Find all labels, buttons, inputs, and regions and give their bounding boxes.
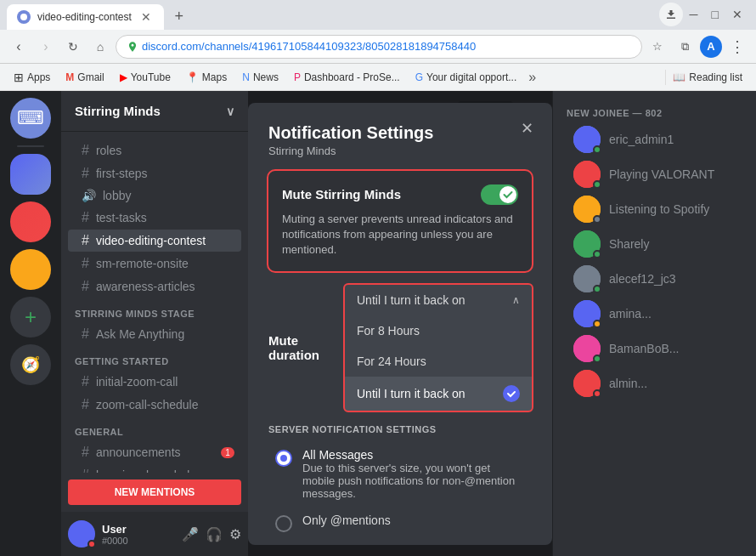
discord-home-icon[interactable]: ⌨ xyxy=(10,98,51,139)
server-header[interactable]: Stirring Minds ∨ xyxy=(61,91,248,132)
radio-text-all-messages: All Messages Due to this server's size, … xyxy=(302,448,525,500)
mute-description: Muting a server prevents unread indicato… xyxy=(282,212,518,258)
app-content: ⌨ + 🧭 Stirring Minds ∨ # roles # first xyxy=(0,91,756,556)
channel-item-ask-me[interactable]: # Ask Me Anything xyxy=(68,323,241,345)
mic-button[interactable]: 🎤 xyxy=(182,526,199,542)
member-item-7[interactable]: BamanBoB... xyxy=(560,332,749,366)
bookmarks-bar: ⊞ Apps M Gmail ▶ YouTube 📍 Maps N News P… xyxy=(0,64,756,91)
reading-list-button[interactable]: 📖 Reading list xyxy=(665,70,749,85)
forward-button[interactable]: › xyxy=(34,35,58,59)
channel-item-lobby[interactable]: 🔊 lobby xyxy=(68,185,241,206)
mute-label: Mute Stirring Minds xyxy=(282,187,401,201)
apps-icon: ⊞ xyxy=(14,71,24,84)
bookmark-apps[interactable]: ⊞ Apps xyxy=(7,69,57,86)
channel-item-learning[interactable]: # learning--knowledge--re... xyxy=(68,464,241,473)
headphones-button[interactable]: 🎧 xyxy=(206,526,223,542)
home-button[interactable]: ⌂ xyxy=(88,35,112,59)
member-item-6[interactable]: amina... xyxy=(560,297,749,331)
member-item-4[interactable]: Sharely xyxy=(560,227,749,261)
radio-nothing[interactable]: Nothing xyxy=(268,539,532,544)
member-item-1[interactable]: eric_admin1 xyxy=(560,122,749,156)
member-item-3[interactable]: Listening to Spotify xyxy=(560,192,749,226)
channel-sidebar: Stirring Minds ∨ # roles # first-steps 🔊… xyxy=(61,91,248,556)
bookmark-google[interactable]: G Your digital opport... xyxy=(409,70,524,85)
member-item-8[interactable]: almin... xyxy=(560,366,749,400)
channel-item-video-editing[interactable]: # video-editing-contest xyxy=(68,230,241,252)
radio-all-messages[interactable]: All Messages Due to this server's size, … xyxy=(268,441,532,507)
server-sidebar: ⌨ + 🧭 xyxy=(0,91,61,556)
bookmark-gmail[interactable]: M Gmail xyxy=(59,70,110,85)
radio-button-all-messages[interactable] xyxy=(275,450,292,467)
channel-item-roles[interactable]: # roles xyxy=(68,139,241,162)
duration-dropdown-header[interactable]: Until I turn it back on ∧ xyxy=(345,285,532,315)
new-tab-button[interactable]: + xyxy=(167,4,191,28)
channel-item-first-steps[interactable]: # first-steps xyxy=(68,162,241,184)
hash-icon: # xyxy=(82,143,89,158)
bookmark-news[interactable]: N News xyxy=(235,70,285,85)
member-item-5[interactable]: alecef12_jc3 xyxy=(560,262,749,296)
category-stirring-minds-stage[interactable]: STIRRING MINDS STAGE xyxy=(61,298,248,322)
extensions-icon[interactable]: ⧉ xyxy=(673,35,697,59)
reading-list-icon: 📖 xyxy=(673,71,685,83)
channel-item-sm-remote[interactable]: # sm-remote-onsite xyxy=(68,252,241,275)
bookmark-maps[interactable]: 📍 Maps xyxy=(179,70,234,85)
mute-toggle[interactable] xyxy=(481,184,518,205)
tab-favicon xyxy=(17,10,31,24)
mute-section: Mute Stirring Minds Muting a server prev… xyxy=(268,171,532,272)
member-avatar-4 xyxy=(573,230,601,258)
back-button[interactable]: ‹ xyxy=(7,35,31,59)
member-item-2[interactable]: Playing VALORANT xyxy=(560,157,749,191)
duration-option-24h[interactable]: For 24 Hours xyxy=(345,346,532,377)
new-joinee-section-header: NEW JOINEE — 802 xyxy=(553,101,756,122)
bookmark-star-icon[interactable]: ☆ xyxy=(646,35,669,59)
hash-icon-11: # xyxy=(82,468,89,473)
member-name-6: amina... xyxy=(609,307,652,321)
server-icon-3[interactable] xyxy=(10,249,51,290)
server-notification-section: SERVER NOTIFICATION SETTINGS All Message… xyxy=(268,424,532,544)
minimize-button[interactable]: ─ xyxy=(683,4,705,25)
server-icon-1[interactable] xyxy=(10,154,51,195)
close-button[interactable]: ✕ xyxy=(725,4,749,25)
member-avatar-3 xyxy=(573,196,601,223)
browser-toolbar: ‹ › ↻ ⌂ discord.com/channels/41961710584… xyxy=(0,30,756,64)
member-avatar-8 xyxy=(573,370,601,397)
duration-8h-label: For 8 Hours xyxy=(357,324,420,338)
address-bar[interactable]: discord.com/channels/419617105844109323/… xyxy=(116,35,642,59)
member-avatar-7 xyxy=(573,335,601,362)
explore-servers-icon[interactable]: 🧭 xyxy=(10,344,51,385)
reload-button[interactable]: ↻ xyxy=(61,35,85,59)
bookmark-dashboard[interactable]: P Dashboard - ProSe... xyxy=(287,70,407,85)
bookmark-youtube[interactable]: ▶ YouTube xyxy=(113,70,178,85)
server-icon-2[interactable] xyxy=(10,201,51,242)
active-tab[interactable]: video-editing-contest ✕ xyxy=(7,4,164,30)
reading-list-label: Reading list xyxy=(689,71,742,83)
profile-avatar[interactable]: A xyxy=(700,36,722,58)
member-name-8: almin... xyxy=(609,377,647,390)
channel-item-initial-zoom[interactable]: # initial-zoom-call xyxy=(68,371,241,393)
category-general[interactable]: GENERAL xyxy=(61,417,248,440)
dashboard-label: Dashboard - ProSe... xyxy=(304,71,400,83)
channel-item-zoom-schedule[interactable]: # zoom-call-schedule xyxy=(68,394,241,416)
maximize-button[interactable]: □ xyxy=(705,4,725,25)
new-mentions-button[interactable]: NEW MENTIONS xyxy=(68,479,241,505)
settings-button[interactable]: ⚙ xyxy=(229,526,241,542)
category-getting-started[interactable]: GETTING STARTED xyxy=(61,346,248,370)
add-server-icon[interactable]: + xyxy=(10,297,51,338)
main-content: # video-editing-contest Search 👥 Notific… xyxy=(248,91,552,556)
close-tab-icon[interactable]: ✕ xyxy=(138,9,154,25)
profile-download-icon[interactable] xyxy=(659,3,683,26)
channel-item-awareness[interactable]: # awareness-articles xyxy=(68,275,241,298)
duration-option-forever[interactable]: Until I turn it back on xyxy=(345,377,532,411)
radio-button-mentions[interactable] xyxy=(275,515,292,532)
channel-item-test-tasks[interactable]: # test-tasks xyxy=(68,207,241,229)
user-discriminator: #0000 xyxy=(102,536,128,546)
channel-item-announcements[interactable]: # announcements 1 xyxy=(68,441,241,463)
dashboard-icon: P xyxy=(294,71,301,83)
duration-option-8h[interactable]: For 8 Hours xyxy=(345,315,532,346)
modal-close-button[interactable]: ✕ xyxy=(515,116,539,140)
more-bookmarks-icon[interactable]: » xyxy=(525,68,539,87)
modal-subtitle: Stirring Minds xyxy=(268,145,532,157)
notification-settings-modal: Notification Settings Stirring Minds ✕ M… xyxy=(248,103,552,545)
radio-only-mentions[interactable]: Only @mentions xyxy=(268,507,532,539)
menu-button[interactable]: ⋮ xyxy=(725,35,749,59)
